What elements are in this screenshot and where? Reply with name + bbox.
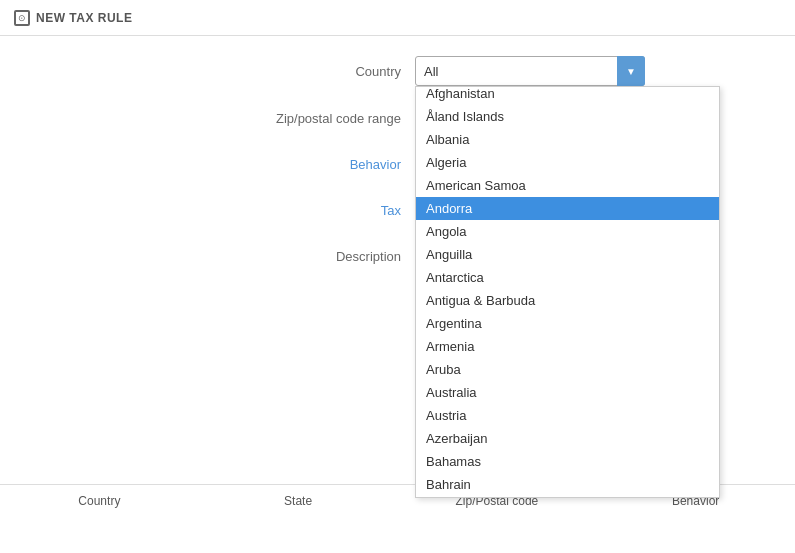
dropdown-item[interactable]: Armenia [416,335,719,358]
country-dropdown[interactable]: AllAfghanistanÅland IslandsAlbaniaAlgeri… [415,86,720,498]
zip-label: Zip/postal code range [0,111,415,126]
dropdown-item[interactable]: Antigua & Barbuda [416,289,719,312]
dropdown-item[interactable]: Angola [416,220,719,243]
dropdown-item[interactable]: Albania [416,128,719,151]
dropdown-item[interactable]: Algeria [416,151,719,174]
page-header: ⊙ NEW TAX RULE [0,0,795,36]
dropdown-item[interactable]: Azerbaijan [416,427,719,450]
dropdown-item[interactable]: Bangladesh [416,496,719,497]
description-label: Description [0,249,415,264]
dropdown-item[interactable]: Aruba [416,358,719,381]
dropdown-item[interactable]: Andorra [416,197,719,220]
dropdown-item[interactable]: Bahamas [416,450,719,473]
form-area: Country All ▼ AllAfghanistanÅland Island… [0,36,795,516]
dropdown-list-inner[interactable]: AllAfghanistanÅland IslandsAlbaniaAlgeri… [416,87,719,497]
behavior-label: Behavior [0,157,415,172]
col-country: Country [0,494,199,508]
country-label: Country [0,64,415,79]
dropdown-item[interactable]: American Samoa [416,174,719,197]
page-title: NEW TAX RULE [36,11,132,25]
dropdown-item[interactable]: Australia [416,381,719,404]
dropdown-item[interactable]: Anguilla [416,243,719,266]
dropdown-item[interactable]: Bahrain [416,473,719,496]
new-rule-icon: ⊙ [14,10,30,26]
dropdown-item[interactable]: Åland Islands [416,105,719,128]
country-select-wrapper[interactable]: All ▼ AllAfghanistanÅland IslandsAlbania… [415,56,645,86]
tax-label: Tax [0,203,415,218]
country-row: Country All ▼ AllAfghanistanÅland Island… [0,56,795,86]
country-select-display[interactable]: All [415,56,645,86]
dropdown-item[interactable]: Austria [416,404,719,427]
dropdown-item[interactable]: Afghanistan [416,87,719,105]
dropdown-item[interactable]: Antarctica [416,266,719,289]
dropdown-item[interactable]: Argentina [416,312,719,335]
col-state: State [199,494,398,508]
